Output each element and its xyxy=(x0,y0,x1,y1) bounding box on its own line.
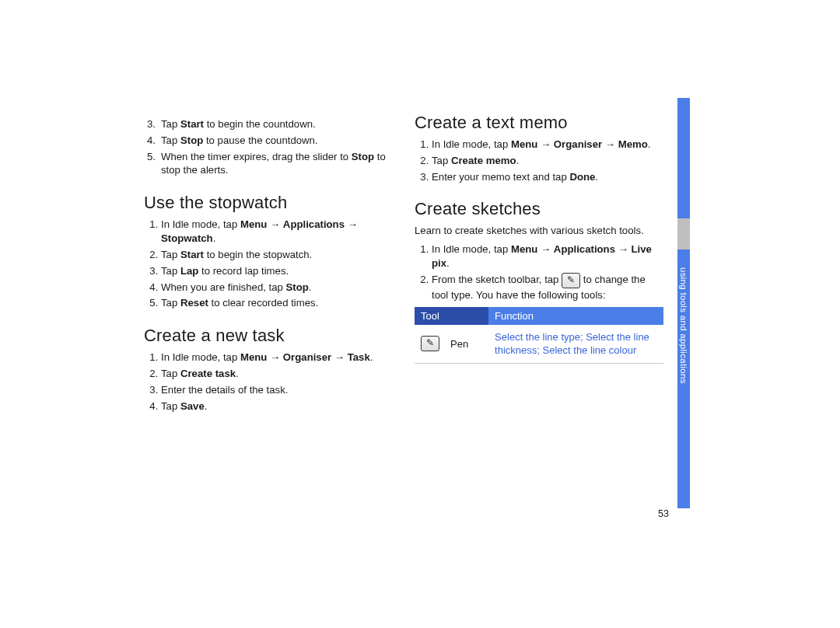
list-item: Tap Save. xyxy=(161,399,393,413)
list-item: In Idle mode, tap Menu → Organiser → Mem… xyxy=(432,138,663,152)
list-item: Tap Create memo. xyxy=(432,154,663,168)
page-number: 53 xyxy=(658,508,669,519)
sketch-steps: In Idle mode, tap Menu → Applications → … xyxy=(415,242,663,302)
list-item: Enter your memo text and tap Done. xyxy=(432,170,663,184)
sketch-heading: Create sketches xyxy=(415,199,663,219)
page-content: Tap Start to begin the countdown. Tap St… xyxy=(144,113,665,415)
section-side-tab: using tools and applications xyxy=(677,98,690,508)
tool-function-cell: Select the line type; Select the line th… xyxy=(488,325,663,364)
tab-segment xyxy=(677,98,690,218)
sketch-intro: Learn to create sketches with various sk… xyxy=(415,224,663,238)
list-item: Tap Create task. xyxy=(161,367,393,381)
header-function: Function xyxy=(488,307,663,325)
tools-table: Tool Function ✎ Pen Select the line type… xyxy=(415,307,663,364)
header-tool: Tool xyxy=(415,307,488,325)
stopwatch-steps: In Idle mode, tap Menu → Applications → … xyxy=(144,218,393,310)
list-item: Tap Lap to record lap times. xyxy=(161,264,393,278)
list-item: Tap Stop to pause the countdown. xyxy=(161,134,393,148)
pen-icon: ✎ xyxy=(562,273,580,288)
tab-segment xyxy=(677,401,690,508)
task-steps: In Idle mode, tap Menu → Organiser → Tas… xyxy=(144,351,393,413)
list-item: From the sketch toolbar, tap ✎ to change… xyxy=(432,273,663,302)
pen-icon: ✎ xyxy=(421,336,439,351)
right-column: Create a text memo In Idle mode, tap Men… xyxy=(415,113,663,415)
list-item: Enter the details of the task. xyxy=(161,383,393,397)
memo-steps: In Idle mode, tap Menu → Organiser → Mem… xyxy=(415,138,663,183)
tab-label: using tools and applications xyxy=(677,249,690,401)
left-column: Tap Start to begin the countdown. Tap St… xyxy=(144,113,393,415)
tool-icon-cell: ✎ xyxy=(415,325,444,364)
task-heading: Create a new task xyxy=(144,326,393,346)
table-row: ✎ Pen Select the line type; Select the l… xyxy=(415,325,663,364)
list-item: In Idle mode, tap Menu → Organiser → Tas… xyxy=(161,351,393,365)
list-item: When the timer expires, drag the slider … xyxy=(161,150,393,178)
timer-steps-continued: Tap Start to begin the countdown. Tap St… xyxy=(144,117,393,177)
list-item: In Idle mode, tap Menu → Applications → … xyxy=(432,242,663,270)
table-header-row: Tool Function xyxy=(415,307,663,325)
stopwatch-heading: Use the stopwatch xyxy=(144,193,393,213)
list-item: Tap Start to begin the stopwatch. xyxy=(161,248,393,262)
list-item: Tap Reset to clear recorded times. xyxy=(161,296,393,310)
tab-segment-gray xyxy=(677,218,690,249)
list-item: In Idle mode, tap Menu → Applications → … xyxy=(161,218,393,246)
list-item: Tap Start to begin the countdown. xyxy=(161,117,393,131)
memo-heading: Create a text memo xyxy=(415,113,663,133)
list-item: When you are finished, tap Stop. xyxy=(161,281,393,295)
tool-name-cell: Pen xyxy=(444,325,488,364)
